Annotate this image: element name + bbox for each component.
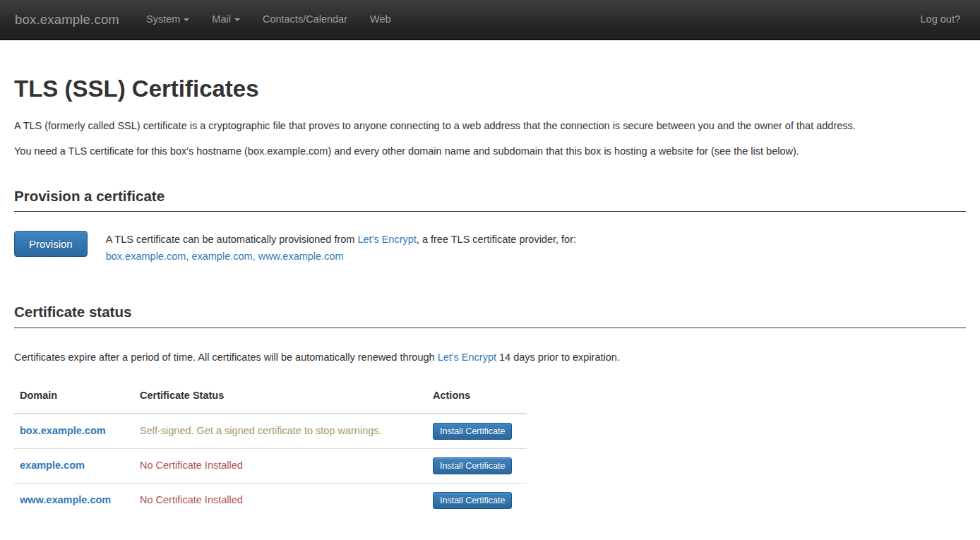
domain-link-box-example-com[interactable]: box.example.com (20, 425, 106, 436)
certificate-status-text: No Certificate Installed (134, 483, 427, 517)
certificate-status-heading: Certificate status (14, 304, 966, 328)
expiration-text-after: 14 days prior to expiration. (496, 352, 620, 363)
lets-encrypt-link[interactable]: Let's Encrypt (438, 352, 496, 363)
provision-row: Provision A TLS certificate can be autom… (14, 231, 966, 265)
column-header-actions: Actions (427, 382, 527, 414)
column-header-certificate-status: Certificate Status (134, 382, 427, 414)
navbar-menu: System Mail Contacts/Calendar Web (135, 0, 402, 40)
provision-domains-list: box.example.com, example.com, www.exampl… (106, 251, 344, 262)
nav-item-system[interactable]: System (135, 0, 201, 40)
lets-encrypt-link[interactable]: Let's Encrypt (357, 234, 416, 245)
expiration-text-before: Certificates expire after a period of ti… (14, 352, 438, 363)
expiration-note: Certificates expire after a period of ti… (14, 349, 966, 366)
navbar-brand[interactable]: box.example.com (15, 9, 119, 31)
page-title: TLS (SSL) Certificates (14, 76, 966, 102)
table-header-row: Domain Certificate Status Actions (14, 382, 527, 414)
nav-item-contacts-calendar[interactable]: Contacts/Calendar (251, 0, 359, 40)
provision-button[interactable]: Provision (14, 231, 88, 257)
top-navbar: box.example.com System Mail Contacts/Cal… (0, 0, 980, 40)
nav-item-system-label: System (146, 13, 180, 25)
provision-description: A TLS certificate can be automatically p… (106, 231, 576, 265)
table-row: box.example.com Self-signed. Get a signe… (14, 414, 527, 449)
domain-link-example-com[interactable]: example.com (20, 460, 85, 471)
main-content: TLS (SSL) Certificates A TLS (formerly c… (0, 76, 980, 517)
certificate-status-table: Domain Certificate Status Actions box.ex… (14, 382, 527, 517)
intro-paragraph-2: You need a TLS certificate for this box'… (14, 143, 966, 160)
install-certificate-button[interactable]: Install Certificate (433, 457, 512, 474)
chevron-down-icon (184, 18, 189, 21)
table-row: www.example.com No Certificate Installed… (14, 483, 527, 517)
intro-paragraph-1: A TLS (formerly called SSL) certificate … (14, 118, 966, 135)
certificate-status-text: Self-signed. Get a signed certificate to… (134, 414, 427, 449)
provision-section-heading: Provision a certificate (14, 188, 966, 212)
nav-item-mail-label: Mail (212, 13, 231, 25)
provision-text-before: A TLS certificate can be automatically p… (106, 234, 358, 245)
column-header-domain: Domain (14, 382, 134, 414)
install-certificate-button[interactable]: Install Certificate (433, 423, 512, 440)
table-row: example.com No Certificate Installed Ins… (14, 448, 527, 483)
domain-link-www-example-com[interactable]: www.example.com (20, 494, 111, 505)
provision-text-after: , a free TLS certificate provider, for: (417, 234, 576, 245)
chevron-down-icon (234, 18, 240, 21)
certificate-status-text: No Certificate Installed (134, 448, 427, 483)
logout-link[interactable]: Log out? (921, 11, 960, 28)
nav-item-mail[interactable]: Mail (201, 0, 251, 40)
nav-item-web[interactable]: Web (359, 0, 402, 40)
install-certificate-button[interactable]: Install Certificate (433, 492, 512, 509)
